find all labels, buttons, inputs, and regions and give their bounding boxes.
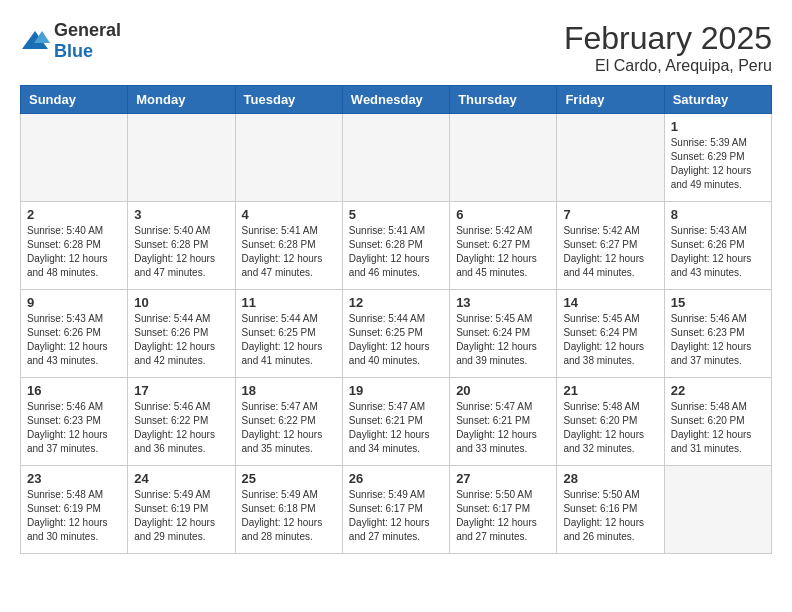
day-info: Sunrise: 5:42 AM Sunset: 6:27 PM Dayligh… — [456, 224, 550, 280]
logo-general: General — [54, 20, 121, 40]
calendar-cell: 14Sunrise: 5:45 AM Sunset: 6:24 PM Dayli… — [557, 290, 664, 378]
calendar-cell: 26Sunrise: 5:49 AM Sunset: 6:17 PM Dayli… — [342, 466, 449, 554]
header: General Blue February 2025 El Cardo, Are… — [20, 20, 772, 75]
calendar: SundayMondayTuesdayWednesdayThursdayFrid… — [20, 85, 772, 554]
day-number: 19 — [349, 383, 443, 398]
day-info: Sunrise: 5:49 AM Sunset: 6:18 PM Dayligh… — [242, 488, 336, 544]
day-number: 12 — [349, 295, 443, 310]
day-info: Sunrise: 5:46 AM Sunset: 6:23 PM Dayligh… — [671, 312, 765, 368]
day-info: Sunrise: 5:41 AM Sunset: 6:28 PM Dayligh… — [349, 224, 443, 280]
location-title: El Cardo, Arequipa, Peru — [564, 57, 772, 75]
day-number: 1 — [671, 119, 765, 134]
calendar-cell: 17Sunrise: 5:46 AM Sunset: 6:22 PM Dayli… — [128, 378, 235, 466]
day-number: 4 — [242, 207, 336, 222]
calendar-cell: 2Sunrise: 5:40 AM Sunset: 6:28 PM Daylig… — [21, 202, 128, 290]
calendar-cell: 7Sunrise: 5:42 AM Sunset: 6:27 PM Daylig… — [557, 202, 664, 290]
day-info: Sunrise: 5:39 AM Sunset: 6:29 PM Dayligh… — [671, 136, 765, 192]
day-number: 6 — [456, 207, 550, 222]
week-row-3: 16Sunrise: 5:46 AM Sunset: 6:23 PM Dayli… — [21, 378, 772, 466]
day-info: Sunrise: 5:47 AM Sunset: 6:21 PM Dayligh… — [456, 400, 550, 456]
day-number: 13 — [456, 295, 550, 310]
day-info: Sunrise: 5:44 AM Sunset: 6:25 PM Dayligh… — [242, 312, 336, 368]
day-info: Sunrise: 5:42 AM Sunset: 6:27 PM Dayligh… — [563, 224, 657, 280]
weekday-header-wednesday: Wednesday — [342, 86, 449, 114]
logo-icon — [20, 29, 50, 53]
day-number: 10 — [134, 295, 228, 310]
day-info: Sunrise: 5:48 AM Sunset: 6:20 PM Dayligh… — [671, 400, 765, 456]
day-number: 2 — [27, 207, 121, 222]
weekday-header-tuesday: Tuesday — [235, 86, 342, 114]
calendar-cell: 27Sunrise: 5:50 AM Sunset: 6:17 PM Dayli… — [450, 466, 557, 554]
calendar-cell: 9Sunrise: 5:43 AM Sunset: 6:26 PM Daylig… — [21, 290, 128, 378]
day-info: Sunrise: 5:50 AM Sunset: 6:16 PM Dayligh… — [563, 488, 657, 544]
day-number: 18 — [242, 383, 336, 398]
calendar-cell: 1Sunrise: 5:39 AM Sunset: 6:29 PM Daylig… — [664, 114, 771, 202]
calendar-cell — [342, 114, 449, 202]
calendar-cell: 4Sunrise: 5:41 AM Sunset: 6:28 PM Daylig… — [235, 202, 342, 290]
day-info: Sunrise: 5:44 AM Sunset: 6:26 PM Dayligh… — [134, 312, 228, 368]
day-info: Sunrise: 5:50 AM Sunset: 6:17 PM Dayligh… — [456, 488, 550, 544]
day-number: 17 — [134, 383, 228, 398]
calendar-cell: 25Sunrise: 5:49 AM Sunset: 6:18 PM Dayli… — [235, 466, 342, 554]
calendar-cell — [21, 114, 128, 202]
day-number: 27 — [456, 471, 550, 486]
weekday-header-row: SundayMondayTuesdayWednesdayThursdayFrid… — [21, 86, 772, 114]
day-info: Sunrise: 5:45 AM Sunset: 6:24 PM Dayligh… — [563, 312, 657, 368]
weekday-header-saturday: Saturday — [664, 86, 771, 114]
calendar-cell: 24Sunrise: 5:49 AM Sunset: 6:19 PM Dayli… — [128, 466, 235, 554]
title-area: February 2025 El Cardo, Arequipa, Peru — [564, 20, 772, 75]
day-info: Sunrise: 5:43 AM Sunset: 6:26 PM Dayligh… — [671, 224, 765, 280]
day-number: 15 — [671, 295, 765, 310]
calendar-cell: 13Sunrise: 5:45 AM Sunset: 6:24 PM Dayli… — [450, 290, 557, 378]
calendar-cell: 10Sunrise: 5:44 AM Sunset: 6:26 PM Dayli… — [128, 290, 235, 378]
calendar-cell: 12Sunrise: 5:44 AM Sunset: 6:25 PM Dayli… — [342, 290, 449, 378]
day-info: Sunrise: 5:40 AM Sunset: 6:28 PM Dayligh… — [27, 224, 121, 280]
calendar-cell: 16Sunrise: 5:46 AM Sunset: 6:23 PM Dayli… — [21, 378, 128, 466]
day-number: 20 — [456, 383, 550, 398]
logo: General Blue — [20, 20, 121, 62]
calendar-cell: 23Sunrise: 5:48 AM Sunset: 6:19 PM Dayli… — [21, 466, 128, 554]
logo-text: General Blue — [54, 20, 121, 62]
day-info: Sunrise: 5:48 AM Sunset: 6:19 PM Dayligh… — [27, 488, 121, 544]
calendar-cell: 20Sunrise: 5:47 AM Sunset: 6:21 PM Dayli… — [450, 378, 557, 466]
day-info: Sunrise: 5:46 AM Sunset: 6:23 PM Dayligh… — [27, 400, 121, 456]
day-number: 21 — [563, 383, 657, 398]
calendar-cell: 19Sunrise: 5:47 AM Sunset: 6:21 PM Dayli… — [342, 378, 449, 466]
calendar-cell: 28Sunrise: 5:50 AM Sunset: 6:16 PM Dayli… — [557, 466, 664, 554]
day-info: Sunrise: 5:49 AM Sunset: 6:19 PM Dayligh… — [134, 488, 228, 544]
day-number: 14 — [563, 295, 657, 310]
weekday-header-thursday: Thursday — [450, 86, 557, 114]
weekday-header-monday: Monday — [128, 86, 235, 114]
calendar-cell: 21Sunrise: 5:48 AM Sunset: 6:20 PM Dayli… — [557, 378, 664, 466]
day-info: Sunrise: 5:43 AM Sunset: 6:26 PM Dayligh… — [27, 312, 121, 368]
day-number: 8 — [671, 207, 765, 222]
week-row-2: 9Sunrise: 5:43 AM Sunset: 6:26 PM Daylig… — [21, 290, 772, 378]
week-row-1: 2Sunrise: 5:40 AM Sunset: 6:28 PM Daylig… — [21, 202, 772, 290]
day-number: 22 — [671, 383, 765, 398]
day-number: 3 — [134, 207, 228, 222]
week-row-0: 1Sunrise: 5:39 AM Sunset: 6:29 PM Daylig… — [21, 114, 772, 202]
weekday-header-sunday: Sunday — [21, 86, 128, 114]
calendar-cell: 22Sunrise: 5:48 AM Sunset: 6:20 PM Dayli… — [664, 378, 771, 466]
day-number: 23 — [27, 471, 121, 486]
calendar-cell: 18Sunrise: 5:47 AM Sunset: 6:22 PM Dayli… — [235, 378, 342, 466]
month-title: February 2025 — [564, 20, 772, 57]
calendar-cell — [128, 114, 235, 202]
day-info: Sunrise: 5:41 AM Sunset: 6:28 PM Dayligh… — [242, 224, 336, 280]
logo-blue: Blue — [54, 41, 93, 61]
calendar-cell: 15Sunrise: 5:46 AM Sunset: 6:23 PM Dayli… — [664, 290, 771, 378]
day-info: Sunrise: 5:48 AM Sunset: 6:20 PM Dayligh… — [563, 400, 657, 456]
weekday-header-friday: Friday — [557, 86, 664, 114]
day-number: 16 — [27, 383, 121, 398]
day-info: Sunrise: 5:40 AM Sunset: 6:28 PM Dayligh… — [134, 224, 228, 280]
day-info: Sunrise: 5:44 AM Sunset: 6:25 PM Dayligh… — [349, 312, 443, 368]
day-info: Sunrise: 5:45 AM Sunset: 6:24 PM Dayligh… — [456, 312, 550, 368]
calendar-cell: 11Sunrise: 5:44 AM Sunset: 6:25 PM Dayli… — [235, 290, 342, 378]
day-info: Sunrise: 5:46 AM Sunset: 6:22 PM Dayligh… — [134, 400, 228, 456]
calendar-cell: 3Sunrise: 5:40 AM Sunset: 6:28 PM Daylig… — [128, 202, 235, 290]
calendar-cell: 8Sunrise: 5:43 AM Sunset: 6:26 PM Daylig… — [664, 202, 771, 290]
calendar-cell — [450, 114, 557, 202]
calendar-cell — [557, 114, 664, 202]
day-number: 7 — [563, 207, 657, 222]
calendar-cell: 5Sunrise: 5:41 AM Sunset: 6:28 PM Daylig… — [342, 202, 449, 290]
